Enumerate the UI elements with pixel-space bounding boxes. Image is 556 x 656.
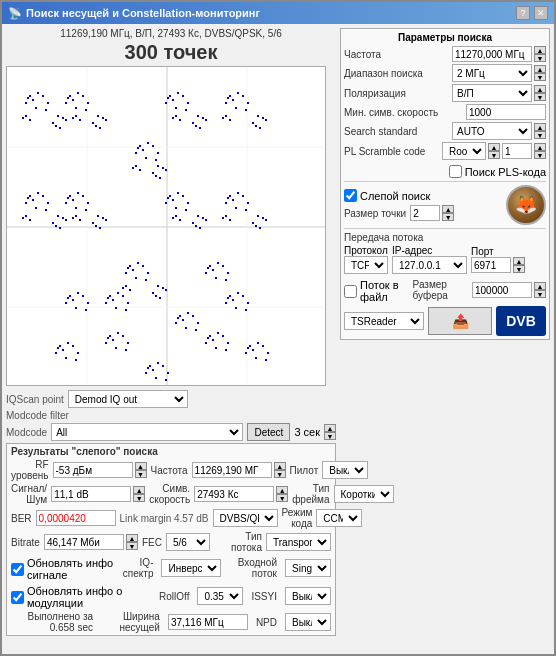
snr-input[interactable] (51, 486, 131, 502)
pls-spin1-down[interactable]: ▼ (488, 151, 500, 159)
freq-param-input[interactable] (452, 46, 532, 62)
freq-result-input[interactable] (192, 462, 272, 478)
range-param-spinner[interactable]: ▲ ▼ (534, 65, 546, 81)
sym-spin-up[interactable]: ▲ (276, 486, 288, 494)
pls-check-label[interactable]: Поиск PLS-кода (449, 165, 546, 178)
file-checkbox[interactable] (344, 285, 357, 298)
modcode-select[interactable]: All (51, 423, 243, 441)
sym-speed-spinner[interactable]: ▲ ▼ (276, 486, 288, 502)
pls-spinner1[interactable]: ▲ ▼ (488, 143, 500, 159)
searchstd-spin-down[interactable]: ▼ (534, 131, 546, 139)
modcode-filter-controls: Modcode All Detect 3 сек ▲ ▼ (6, 423, 336, 441)
input-stream-select[interactable]: Single (285, 559, 331, 577)
searchstd-spinner[interactable]: ▲ ▼ (534, 123, 546, 139)
pls-check-row: Поиск PLS-кода (344, 163, 546, 178)
pls-spin1-up[interactable]: ▲ (488, 143, 500, 151)
blind-row: Слепой поиск Размер точки ▲ ▼ (344, 185, 546, 225)
results-row1: RF уровень ▲ ▼ Частота ▲ ▼ (11, 459, 331, 481)
rolloff-select[interactable]: 0.35 (197, 587, 243, 605)
sec-spin-down[interactable]: ▼ (324, 432, 336, 440)
tsreader-select[interactable]: TSReader (344, 312, 424, 330)
blind-checkbox[interactable] (344, 189, 357, 202)
port-spin-up[interactable]: ▲ (513, 257, 525, 265)
ber-input[interactable] (36, 510, 116, 526)
freq-param-spin-up[interactable]: ▲ (534, 46, 546, 54)
stream-row: Протокол TCP IP-адрес 127.0.0.1 (344, 245, 546, 274)
range-spin-down[interactable]: ▼ (534, 73, 546, 81)
sec-spin-up[interactable]: ▲ (324, 424, 336, 432)
pls-spin2-down[interactable]: ▼ (534, 151, 546, 159)
minsym-input[interactable] (466, 104, 546, 120)
send-button[interactable]: 📤 (428, 307, 492, 335)
ber-label: BER (11, 513, 32, 524)
bitrate-input[interactable] (44, 534, 124, 550)
file-check-label[interactable]: Поток в файл (344, 279, 405, 303)
fec-select[interactable]: 5/6 (166, 533, 210, 551)
rf-level-input[interactable] (53, 462, 133, 478)
point-spin-down[interactable]: ▼ (442, 213, 454, 221)
update-signal-checkbox[interactable] (11, 563, 24, 576)
searchstd-select[interactable]: AUTO (452, 122, 532, 140)
carrier-width-input[interactable] (168, 614, 248, 630)
iq-scan-select[interactable]: Demod IQ out (68, 390, 188, 408)
blind-check-label[interactable]: Слепой поиск (344, 189, 454, 202)
freq-result-spinner[interactable]: ▲ ▼ (274, 462, 286, 478)
buf-size-input[interactable] (472, 282, 532, 298)
point-size-spinner[interactable]: ▲ ▼ (442, 205, 454, 221)
port-spin-down[interactable]: ▼ (513, 265, 525, 273)
point-spin-up[interactable]: ▲ (442, 205, 454, 213)
bitrate-spinner[interactable]: ▲ ▼ (126, 534, 138, 550)
npd-select[interactable]: Выкл. (285, 613, 331, 631)
freq-param-spin-down[interactable]: ▼ (534, 54, 546, 62)
pls-input[interactable] (502, 143, 532, 159)
freq-spin-down[interactable]: ▼ (274, 470, 286, 478)
rf-spin-down[interactable]: ▼ (135, 470, 147, 478)
close-button[interactable]: ✕ (534, 6, 548, 20)
port-spinner[interactable]: ▲ ▼ (513, 257, 525, 273)
searchstd-spin-up[interactable]: ▲ (534, 123, 546, 131)
freq-param-spinner[interactable]: ▲ ▼ (534, 46, 546, 62)
right-panel: Параметры поиска Частота ▲ ▼ Диапазон по… (340, 28, 550, 650)
proto-select[interactable]: TCP (344, 256, 388, 274)
pls-select1[interactable]: Root (442, 142, 486, 160)
pls-spinner2[interactable]: ▲ ▼ (534, 143, 546, 159)
rf-level-spinner[interactable]: ▲ ▼ (135, 462, 147, 478)
range-param-select[interactable]: 2 МГц (452, 64, 532, 82)
bitrate-spin-down[interactable]: ▼ (126, 542, 138, 550)
polar-param-spinner[interactable]: ▲ ▼ (534, 85, 546, 101)
fec-label: FEC (142, 537, 162, 548)
polar-param-select[interactable]: В/П (452, 84, 532, 102)
point-size-row: Размер точки ▲ ▼ (344, 205, 454, 221)
sec-spinner[interactable]: ▲ ▼ (324, 424, 336, 440)
buf-spin-up[interactable]: ▲ (534, 282, 546, 290)
range-spin-up[interactable]: ▲ (534, 65, 546, 73)
detect-button[interactable]: Detect (247, 423, 290, 441)
rf-level-label: RF уровень (11, 459, 49, 481)
buf-spin-down[interactable]: ▼ (534, 290, 546, 298)
port-input[interactable] (471, 257, 511, 273)
pls-checkbox[interactable] (449, 165, 462, 178)
freq-spin-up[interactable]: ▲ (274, 462, 286, 470)
modulation-select[interactable]: DVBS/QPSK (213, 509, 278, 527)
issyi-select[interactable]: Выкл. (285, 587, 331, 605)
stream-type-select[interactable]: Transport (266, 533, 331, 551)
snr-spin-up[interactable]: ▲ (133, 486, 145, 494)
polar-spin-down[interactable]: ▼ (534, 93, 546, 101)
polar-spin-up[interactable]: ▲ (534, 85, 546, 93)
update-mod-label[interactable]: Обновлять инфо о модуляции (11, 585, 151, 609)
pls-spin2-up[interactable]: ▲ (534, 143, 546, 151)
snr-spinner[interactable]: ▲ ▼ (133, 486, 145, 502)
iq-spec-select[interactable]: Инверсия (161, 559, 221, 577)
help-button[interactable]: ? (516, 6, 530, 20)
param-range-label: Диапазон поиска (344, 68, 423, 79)
update-mod-checkbox[interactable] (11, 591, 24, 604)
point-size-input[interactable] (410, 205, 440, 221)
sym-speed-input[interactable] (194, 486, 274, 502)
sym-spin-down[interactable]: ▼ (276, 494, 288, 502)
update-signal-label[interactable]: Обновлять инфо сигнале (11, 557, 114, 581)
ip-select[interactable]: 127.0.0.1 (392, 256, 467, 274)
bitrate-spin-up[interactable]: ▲ (126, 534, 138, 542)
rf-spin-up[interactable]: ▲ (135, 462, 147, 470)
buf-spinner[interactable]: ▲ ▼ (534, 282, 546, 298)
snr-spin-down[interactable]: ▼ (133, 494, 145, 502)
